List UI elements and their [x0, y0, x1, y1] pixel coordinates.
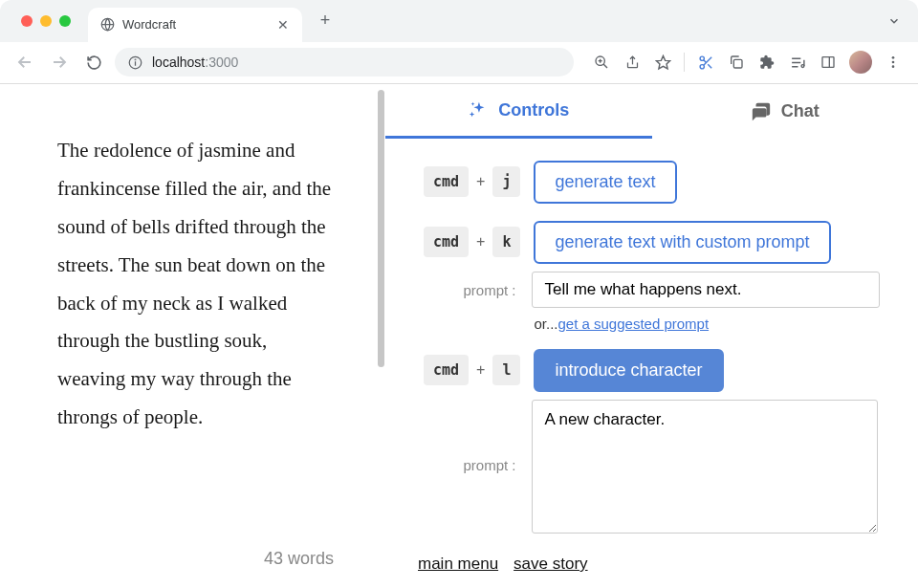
browser-chrome: Wordcraft ✕ + localhost:3000 [0, 0, 918, 84]
sparkle-icon [468, 99, 489, 120]
svg-line-15 [708, 64, 711, 68]
scissors-icon[interactable] [692, 49, 719, 76]
tab-controls-label: Controls [498, 100, 569, 120]
scrollbar-thumb[interactable] [378, 90, 384, 367]
window-maximize[interactable] [59, 15, 71, 27]
svg-rect-22 [822, 57, 834, 68]
control-row-custom: cmd + k generate text with custom prompt… [424, 221, 880, 332]
svg-rect-17 [733, 60, 742, 69]
menu-icon[interactable] [880, 49, 907, 76]
url-host: localhost [152, 54, 205, 70]
key-k: k [492, 227, 520, 257]
new-tab-button[interactable]: + [312, 8, 339, 34]
star-icon[interactable] [649, 49, 676, 76]
svg-point-26 [892, 66, 895, 69]
svg-point-5 [135, 59, 136, 60]
plus: + [476, 173, 485, 190]
control-row-generate: cmd + j generate text [424, 161, 880, 204]
suggest-prompt-link[interactable]: get a suggested prompt [557, 316, 709, 332]
controls-pane: Controls Chat cmd + j generate text [385, 84, 918, 588]
svg-line-7 [603, 64, 607, 68]
story-pane: The redolence of jasmine and frankincens… [0, 84, 378, 588]
prompt-label: prompt : [463, 282, 520, 298]
tab-bar: Wordcraft ✕ + [0, 0, 918, 42]
suggest-line: or...get a suggested prompt [534, 316, 880, 332]
window-close[interactable] [21, 15, 33, 27]
reload-button[interactable] [80, 49, 107, 76]
shortcut-l: cmd + l [424, 349, 520, 385]
close-icon[interactable]: ✕ [275, 17, 291, 33]
key-l: l [492, 355, 520, 385]
generate-custom-button[interactable]: generate text with custom prompt [534, 221, 830, 264]
chevron-down-icon[interactable] [887, 14, 901, 28]
url-port: :3000 [205, 54, 238, 70]
controls-body: cmd + j generate text cmd + k generate [385, 140, 918, 583]
word-count: 43 words [57, 549, 339, 569]
svg-point-13 [700, 64, 704, 68]
prompt-input-k[interactable] [532, 272, 880, 308]
key-cmd: cmd [424, 227, 469, 257]
pane-divider[interactable] [378, 84, 385, 588]
share-icon[interactable] [619, 49, 645, 76]
zoom-icon[interactable] [588, 49, 615, 76]
copy-icon[interactable] [723, 49, 750, 76]
svg-point-12 [700, 56, 704, 60]
svg-line-16 [703, 60, 706, 63]
svg-point-25 [892, 61, 895, 64]
shortcut-k: cmd + k [424, 221, 520, 257]
divider [684, 53, 685, 72]
story-text[interactable]: The redolence of jasmine and frankincens… [57, 132, 339, 539]
main-menu-link[interactable]: main menu [418, 555, 498, 574]
generate-text-button[interactable]: generate text [534, 161, 676, 204]
info-icon [128, 55, 142, 70]
playlist-icon[interactable] [784, 49, 811, 76]
back-button[interactable] [11, 49, 38, 76]
prompt-input-l[interactable] [532, 400, 878, 534]
or-prefix: or... [534, 316, 557, 332]
introduce-character-button[interactable]: introduce character [534, 349, 723, 392]
address-bar[interactable]: localhost:3000 [115, 48, 574, 76]
tab-title: Wordcraft [122, 17, 268, 32]
toolbar-icons [588, 49, 907, 76]
tab-chat[interactable]: Chat [652, 84, 919, 139]
footer-links: main menu save story [418, 555, 880, 574]
app-content: The redolence of jasmine and frankincens… [0, 84, 918, 588]
forward-button[interactable] [46, 49, 73, 76]
plus: + [476, 361, 485, 379]
key-cmd: cmd [424, 355, 469, 385]
extensions-icon[interactable] [754, 49, 780, 76]
avatar[interactable] [849, 51, 872, 74]
prompt-label: prompt : [463, 457, 520, 473]
chat-icon [751, 101, 772, 122]
shortcut-j: cmd + j [424, 161, 520, 197]
key-j: j [492, 166, 520, 197]
browser-tab[interactable]: Wordcraft ✕ [88, 8, 302, 42]
window-controls [11, 15, 80, 27]
control-row-character: cmd + l introduce character prompt : [424, 349, 880, 534]
key-cmd: cmd [424, 166, 469, 197]
plus: + [476, 233, 485, 250]
tab-controls[interactable]: Controls [385, 84, 652, 139]
save-story-link[interactable]: save story [514, 555, 587, 574]
svg-marker-11 [656, 55, 669, 68]
svg-point-24 [892, 56, 895, 59]
nav-bar: localhost:3000 [0, 42, 918, 84]
tabs-header: Controls Chat [385, 84, 918, 140]
window-minimize[interactable] [40, 15, 52, 27]
sidepanel-icon[interactable] [815, 49, 842, 76]
tab-chat-label: Chat [781, 101, 820, 121]
globe-icon [99, 17, 115, 33]
